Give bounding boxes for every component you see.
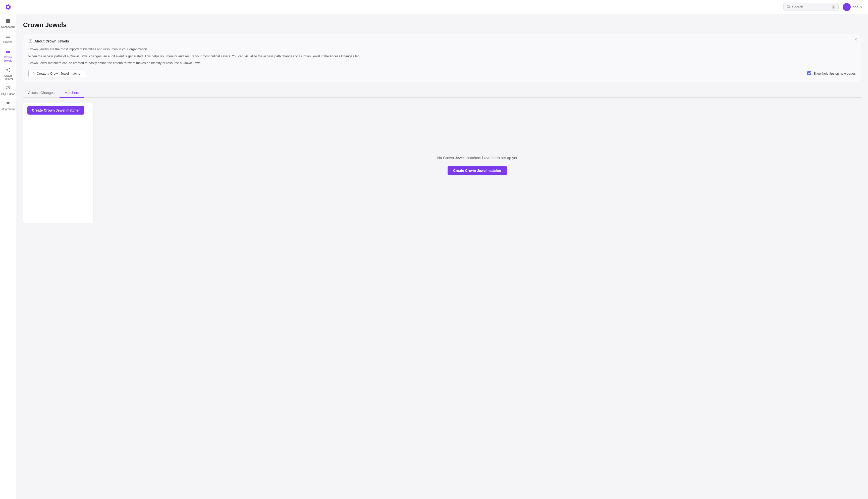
sidebar-item-graph-explorer[interactable]: Graph Explorer bbox=[0, 65, 16, 83]
info-box-title: About Crown Jewels bbox=[34, 39, 69, 43]
svg-point-4 bbox=[6, 69, 7, 70]
svg-rect-0 bbox=[6, 19, 8, 21]
sql-editor-icon bbox=[5, 86, 11, 92]
search-input-label: Search bbox=[792, 5, 830, 9]
dashboard-icon bbox=[5, 19, 11, 24]
sidebar-item-label-browse: Browse bbox=[3, 40, 13, 44]
page-content: Crown Jewels × About Crown Jewels Crown … bbox=[16, 14, 868, 499]
info-box-footer: ☆ Create a Crown Jewel matcher Show help… bbox=[28, 70, 856, 77]
info-box-header: About Crown Jewels bbox=[28, 39, 856, 44]
create-crown-jewel-matcher-sidebar-button[interactable]: Create Crown Jewel matcher bbox=[27, 106, 84, 114]
crown-jewels-icon bbox=[5, 49, 11, 54]
empty-state-text: No Crown Jewel matchers have been set up… bbox=[437, 156, 517, 160]
sidebar-item-sql-editor[interactable]: SQL Editor bbox=[0, 83, 16, 98]
sidebar: Dashboard Browse Crown Jewels Graph Expl… bbox=[0, 0, 16, 499]
close-info-box-button[interactable]: × bbox=[854, 37, 857, 42]
graph-explorer-icon bbox=[5, 67, 11, 73]
sidebar-item-label-graph-explorer: Graph Explorer bbox=[1, 74, 15, 81]
tab-content-matchers: Create Crown Jewel matcher No Crown Jewe… bbox=[23, 103, 861, 228]
svg-point-6 bbox=[9, 71, 10, 72]
search-icon bbox=[786, 5, 790, 9]
search-shortcut: / bbox=[832, 5, 835, 9]
sidebar-item-label-dashboard: Dashboard bbox=[1, 25, 15, 29]
chevron-down-icon: ▾ bbox=[860, 5, 862, 9]
create-crown-jewel-matcher-button-info[interactable]: ☆ Create a Crown Jewel matcher bbox=[28, 70, 85, 77]
create-crown-jewel-matcher-empty-button[interactable]: Create Crown Jewel matcher bbox=[448, 166, 507, 175]
tab-access-changes[interactable]: Access Changes bbox=[23, 88, 60, 98]
search-bar[interactable]: Search / bbox=[783, 3, 839, 11]
sidebar-item-label-integrations: Integrations bbox=[1, 108, 15, 111]
star-icon: ☆ bbox=[32, 72, 35, 75]
info-icon bbox=[28, 39, 33, 44]
sidebar-item-integrations[interactable]: Integrations bbox=[0, 98, 16, 113]
sidebar-item-crown-jewels[interactable]: Crown Jewels bbox=[0, 46, 16, 64]
tabs: Access Changes Matchers bbox=[23, 88, 861, 98]
help-tips-toggle[interactable]: Show help tips on new pages bbox=[807, 71, 856, 75]
svg-rect-2 bbox=[6, 21, 8, 23]
tab-matchers[interactable]: Matchers bbox=[60, 88, 84, 98]
svg-point-5 bbox=[9, 68, 10, 69]
settings-icon bbox=[4, 3, 12, 11]
sidebar-item-label-sql-editor: SQL Editor bbox=[1, 93, 15, 96]
matchers-sidebar-panel: Create Crown Jewel matcher bbox=[23, 103, 94, 223]
sidebar-item-browse[interactable]: Browse bbox=[0, 31, 16, 46]
user-menu[interactable]: J bob ▾ bbox=[843, 3, 862, 11]
info-box: × About Crown Jewels Crown Jewels are th… bbox=[23, 34, 861, 82]
matchers-sidebar-header: Create Crown Jewel matcher bbox=[23, 103, 93, 118]
info-box-line-1: Crown Jewels are the most important iden… bbox=[28, 47, 856, 52]
help-tips-label: Show help tips on new pages bbox=[813, 72, 856, 75]
svg-rect-3 bbox=[8, 21, 10, 23]
main-content: Search / J bob ▾ Crown Jewels × About Cr… bbox=[16, 0, 868, 499]
matchers-empty-state: No Crown Jewel matchers have been set up… bbox=[94, 103, 861, 228]
sidebar-item-label-crown-jewels: Crown Jewels bbox=[1, 56, 15, 62]
sidebar-logo bbox=[0, 0, 16, 14]
page-title: Crown Jewels bbox=[23, 21, 861, 29]
svg-rect-1 bbox=[8, 19, 10, 21]
username: bob bbox=[853, 5, 858, 9]
svg-line-8 bbox=[7, 70, 9, 71]
integrations-icon bbox=[5, 101, 11, 107]
avatar: J bbox=[843, 3, 851, 11]
sidebar-item-dashboard[interactable]: Dashboard bbox=[0, 16, 16, 31]
svg-line-7 bbox=[7, 69, 9, 70]
info-box-line-3: Crown Jewel matchers can be created to e… bbox=[28, 61, 856, 65]
svg-point-10 bbox=[787, 5, 789, 8]
header: Search / J bob ▾ bbox=[16, 0, 868, 14]
info-box-line-2: When the access paths of a Crown Jewel c… bbox=[28, 54, 856, 59]
help-tips-checkbox[interactable] bbox=[807, 71, 811, 75]
browse-icon bbox=[5, 34, 11, 39]
